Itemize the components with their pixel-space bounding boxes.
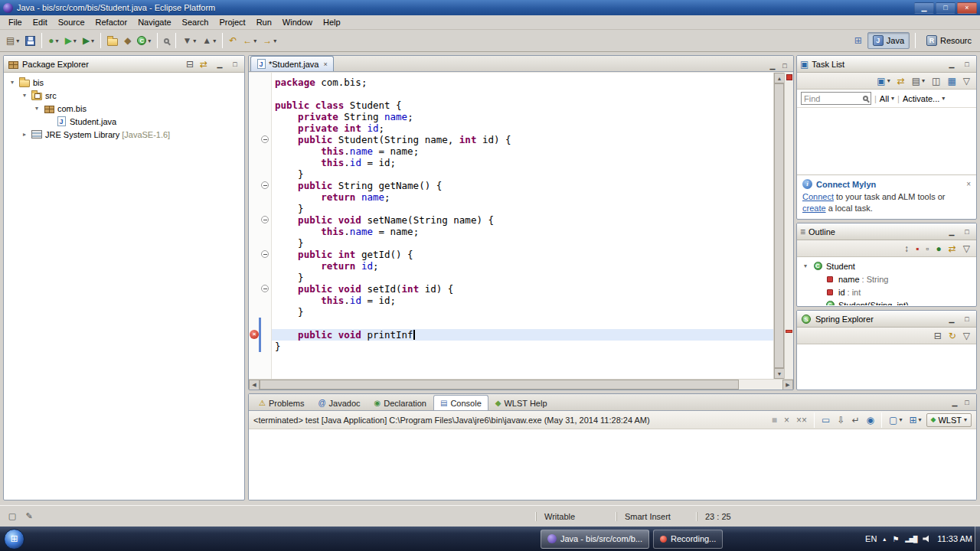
gutter-line-3[interactable]: [249, 99, 271, 111]
code-line-2[interactable]: [272, 88, 773, 99]
gutter-line-8[interactable]: [249, 157, 271, 168]
code-line-15[interactable]: }: [272, 237, 773, 249]
code-line-5[interactable]: private int id;: [272, 122, 773, 134]
last-edit-location-button[interactable]: ↶: [226, 32, 240, 49]
code-line-8[interactable]: this.id = id;: [272, 157, 773, 168]
tree-item-student-java[interactable]: JStudent.java: [5, 115, 243, 128]
dismiss-mylyn-icon[interactable]: ×: [966, 180, 971, 188]
collapse-all-button[interactable]: ⊟: [931, 328, 945, 344]
trim-stack-icon-2[interactable]: ✎: [23, 510, 35, 523]
maximize-editor-button[interactable]: □: [779, 60, 791, 71]
hidden-icons-arrow[interactable]: ▴: [883, 536, 886, 543]
gutter-line-17[interactable]: [249, 260, 271, 272]
word-wrap-button[interactable]: ↵: [849, 412, 863, 429]
tab-javadoc[interactable]: @Javadoc: [311, 395, 367, 410]
scroll-up-icon[interactable]: ▲: [774, 73, 785, 83]
menu-help[interactable]: Help: [318, 16, 346, 28]
maximize-view-button[interactable]: □: [229, 58, 241, 70]
new-wizard-button[interactable]: ▤▾: [3, 32, 22, 49]
fold-collapse-icon[interactable]: [261, 135, 269, 143]
wlst-dropdown[interactable]: ◆ WLST ▾: [926, 413, 972, 427]
code-line-12[interactable]: }: [272, 203, 773, 214]
dropdown-arrow-icon[interactable]: ▾: [213, 37, 216, 44]
fold-collapse-icon[interactable]: [261, 285, 269, 292]
dropdown-arrow-icon[interactable]: ▾: [253, 37, 256, 44]
task-filter-dropdown[interactable]: All ▾: [880, 94, 894, 103]
minimize-view-button[interactable]: ▁: [214, 58, 226, 70]
view-menu-button[interactable]: ▽: [960, 240, 973, 257]
synchronize-button[interactable]: ⇄: [894, 73, 908, 90]
code-line-7[interactable]: this.name = name;: [272, 145, 773, 157]
tree-item-src[interactable]: ▾src: [5, 89, 243, 102]
remove-all-launches-button[interactable]: ××: [793, 412, 810, 429]
editor-tab-student-java[interactable]: J *Student.java ×: [250, 56, 334, 71]
create-task-link[interactable]: create: [802, 204, 826, 213]
taskbar-app-eclipse[interactable]: Java - bis/src/com/b...: [541, 530, 649, 549]
tree-expand-icon[interactable]: ▾: [33, 105, 41, 112]
menu-file[interactable]: File: [3, 16, 28, 28]
search-button[interactable]: [161, 32, 172, 49]
menu-project[interactable]: Project: [214, 16, 250, 28]
trim-stack-icon-1[interactable]: ▢: [6, 510, 18, 523]
code-line-6[interactable]: public Student(String name, int id) {: [272, 134, 773, 145]
gutter-line-12[interactable]: [249, 203, 271, 214]
code-line-4[interactable]: private String name;: [272, 111, 773, 122]
maximize-view-button[interactable]: □: [961, 396, 973, 408]
scroll-left-icon[interactable]: ◀: [249, 380, 260, 390]
dropdown-arrow-icon[interactable]: ▾: [148, 37, 151, 44]
editor-overview-ruler[interactable]: [784, 73, 793, 379]
gutter-line-15[interactable]: [249, 237, 271, 249]
scroll-down-icon[interactable]: ▼: [774, 368, 785, 379]
language-indicator[interactable]: EN: [865, 534, 877, 543]
sort-button[interactable]: ↕: [901, 240, 912, 257]
previous-annotation-button[interactable]: ▲▾: [199, 32, 219, 49]
hide-non-public-members-button[interactable]: ●: [933, 240, 944, 257]
gutter-line-2[interactable]: [249, 88, 271, 99]
scroll-lock-button[interactable]: ⇩: [834, 412, 848, 429]
code-line-18[interactable]: }: [272, 272, 773, 283]
outline-item-id[interactable]: id : int: [799, 285, 975, 298]
gutter-line-5[interactable]: [249, 122, 271, 134]
gutter-line-10[interactable]: [249, 180, 271, 191]
code-line-22[interactable]: [272, 318, 773, 329]
debug-button[interactable]: ●▾: [45, 32, 61, 49]
error-indicator-icon[interactable]: [786, 74, 792, 80]
next-annotation-button[interactable]: ▼▾: [179, 32, 199, 49]
minimize-view-button[interactable]: ▁: [946, 226, 958, 237]
minimize-view-button[interactable]: ▁: [946, 58, 958, 70]
editor-vertical-scrollbar[interactable]: ▲ ▼: [773, 73, 784, 379]
code-line-19[interactable]: public void setId(int id) {: [272, 283, 773, 295]
focus-workweek-button[interactable]: ▦: [944, 73, 959, 90]
collapse-all-button[interactable]: ⊟: [183, 56, 197, 73]
code-line-23[interactable]: public void printInf: [272, 329, 773, 341]
tree-expand-icon[interactable]: ▸: [21, 131, 28, 138]
code-line-1[interactable]: package com.bis;: [272, 77, 773, 88]
gutter-line-13[interactable]: [249, 214, 271, 226]
menu-run[interactable]: Run: [251, 16, 277, 28]
link-with-editor-button[interactable]: ⇄: [946, 240, 959, 257]
start-button[interactable]: ⊞: [4, 529, 24, 549]
code-line-21[interactable]: }: [272, 306, 773, 318]
maximize-view-button[interactable]: □: [961, 226, 973, 237]
gutter-line-6[interactable]: [249, 134, 271, 145]
dropdown-arrow-icon[interactable]: ▾: [16, 37, 19, 44]
action-center-icon[interactable]: ⚑: [892, 535, 899, 543]
dropdown-arrow-icon[interactable]: ▾: [193, 37, 196, 44]
close-window-button[interactable]: ×: [957, 2, 977, 14]
run-button[interactable]: ▶▾: [62, 32, 80, 49]
gutter-line-1[interactable]: [249, 77, 271, 88]
menu-refactor[interactable]: Refactor: [90, 16, 133, 28]
link-with-editor-button[interactable]: ⇄: [197, 56, 211, 73]
tree-item-com-bis[interactable]: ▾com.bis: [5, 102, 243, 115]
dropdown-arrow-icon[interactable]: ▾: [899, 416, 902, 423]
code-line-9[interactable]: }: [272, 168, 773, 180]
maximize-view-button[interactable]: □: [961, 58, 973, 70]
tree-expand-icon[interactable]: ▾: [8, 79, 16, 86]
gutter-line-18[interactable]: [249, 272, 271, 283]
gutter-line-19[interactable]: [249, 283, 271, 295]
remove-launch-button[interactable]: ×: [781, 412, 792, 429]
tab-wlst-help[interactable]: ◆WLST Help: [488, 395, 554, 410]
scroll-right-icon[interactable]: ▶: [782, 380, 793, 390]
maximize-view-button[interactable]: □: [961, 313, 973, 324]
menu-search[interactable]: Search: [177, 16, 214, 28]
